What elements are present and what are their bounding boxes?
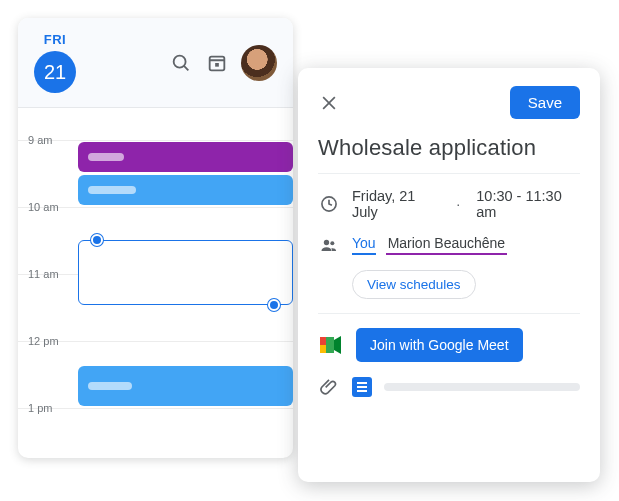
join-meet-button[interactable]: Join with Google Meet <box>356 328 523 362</box>
calendar-event[interactable] <box>78 142 293 172</box>
hour-label: 10 am <box>28 201 68 213</box>
guest-you[interactable]: You <box>352 235 376 255</box>
date-number: 21 <box>34 51 76 93</box>
today-icon[interactable] <box>205 51 229 75</box>
divider <box>318 313 580 314</box>
divider <box>318 173 580 174</box>
calendar-event[interactable] <box>78 175 293 205</box>
google-meet-icon <box>318 334 344 356</box>
hour-label: 11 am <box>28 268 68 280</box>
resize-handle-bottom[interactable] <box>268 299 280 311</box>
calendar-day-card: FRI 21 9 am 10 am 11 am 12 pm 1 pm <box>18 18 293 458</box>
new-event-slot[interactable] <box>78 240 293 305</box>
svg-point-0 <box>174 55 186 67</box>
svg-point-9 <box>330 241 334 245</box>
svg-line-1 <box>184 65 188 69</box>
svg-point-8 <box>324 240 329 245</box>
timeline[interactable]: 9 am 10 am 11 am 12 pm 1 pm <box>18 108 293 458</box>
hour-label: 9 am <box>28 134 68 146</box>
calendar-event[interactable] <box>78 366 293 406</box>
view-schedules-button[interactable]: View schedules <box>352 270 476 299</box>
people-icon <box>318 234 340 256</box>
event-time: 10:30 - 11:30 am <box>476 188 580 220</box>
editor-header: Save <box>318 86 580 119</box>
avatar[interactable] <box>241 45 277 81</box>
event-editor: Save Wholesale application Friday, 21 Ju… <box>298 68 600 482</box>
event-time-row[interactable]: Friday, 21 July · 10:30 - 11:30 am <box>318 188 580 220</box>
event-date: Friday, 21 July <box>352 188 440 220</box>
clock-icon <box>318 193 340 215</box>
search-icon[interactable] <box>169 51 193 75</box>
event-title[interactable]: Wholesale application <box>318 135 580 161</box>
hour-label: 12 pm <box>28 335 68 347</box>
date-indicator[interactable]: FRI 21 <box>34 32 76 93</box>
guests-row[interactable]: You Marion Beauchêne <box>318 234 580 256</box>
guest-chips: You Marion Beauchêne <box>352 235 507 255</box>
hour-label: 1 pm <box>28 402 68 414</box>
docs-icon[interactable] <box>352 377 372 397</box>
attachment-icon <box>318 376 340 398</box>
svg-rect-4 <box>215 63 219 67</box>
guest-other[interactable]: Marion Beauchêne <box>386 235 508 255</box>
close-icon[interactable] <box>318 92 340 114</box>
separator-dot: · <box>456 196 460 212</box>
attachment-row[interactable] <box>318 376 580 398</box>
attachment-placeholder <box>384 383 580 391</box>
meet-row: Join with Google Meet <box>318 328 580 362</box>
calendar-header: FRI 21 <box>18 18 293 108</box>
save-button[interactable]: Save <box>510 86 580 119</box>
resize-handle-top[interactable] <box>91 234 103 246</box>
day-of-week: FRI <box>44 32 66 47</box>
